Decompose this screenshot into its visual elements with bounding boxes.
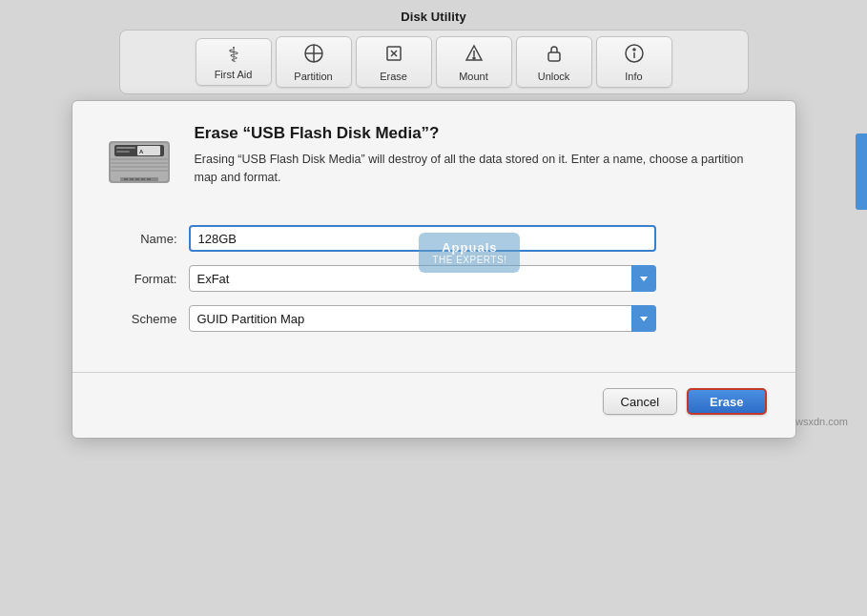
toolbar: ⚕ First Aid Partition Erase <box>119 30 749 94</box>
svg-rect-16 <box>116 147 135 149</box>
info-button[interactable]: Info <box>596 36 672 88</box>
svg-text:A: A <box>139 149 144 154</box>
svg-point-8 <box>473 57 475 59</box>
dialog-text-area: Erase “USB Flash Disk Media”? Erasing “U… <box>195 124 767 187</box>
name-label: Name: <box>101 232 177 246</box>
lock-icon <box>544 43 565 68</box>
first-aid-icon: ⚕ <box>228 45 239 66</box>
svg-rect-27 <box>135 178 139 180</box>
svg-rect-28 <box>141 178 145 180</box>
svg-point-12 <box>633 49 635 51</box>
name-input[interactable] <box>189 225 656 252</box>
app-title: Disk Utility <box>0 0 867 30</box>
divider <box>72 372 795 373</box>
partition-label: Partition <box>294 71 332 82</box>
scheme-select[interactable]: GUID Partition Map Master Boot Record Ap… <box>189 305 656 332</box>
dialog-form: Name: Format: ExFat MS-DOS (FAT) APFS Ma… <box>72 216 795 364</box>
partition-button[interactable]: Partition <box>276 36 352 88</box>
first-aid-label: First Aid <box>215 69 253 80</box>
erase-label: Erase <box>380 71 407 82</box>
unlock-button[interactable]: Unlock <box>516 36 592 88</box>
svg-rect-17 <box>116 151 130 153</box>
format-select-wrapper: ExFat MS-DOS (FAT) APFS Mac OS Extended … <box>189 265 656 292</box>
name-field-row: Name: <box>101 225 767 252</box>
dialog-description: Erasing “USB Flash Disk Media” will dest… <box>195 151 767 187</box>
svg-rect-26 <box>130 178 134 180</box>
dialog-title: Erase “USB Flash Disk Media”? <box>195 124 767 143</box>
erase-icon <box>383 43 404 68</box>
mount-label: Mount <box>459 71 488 82</box>
scheme-select-wrapper: GUID Partition Map Master Boot Record Ap… <box>189 305 656 332</box>
info-icon <box>624 43 645 68</box>
scheme-label: Scheme <box>101 312 177 326</box>
erase-confirm-button[interactable]: Erase <box>687 388 766 415</box>
svg-rect-25 <box>124 178 128 180</box>
unlock-label: Unlock <box>538 71 570 82</box>
first-aid-button[interactable]: ⚕ First Aid <box>196 38 272 86</box>
scheme-field-row: Scheme GUID Partition Map Master Boot Re… <box>101 305 767 332</box>
svg-rect-23 <box>111 170 168 172</box>
dialog-window: A Erase “USB Flash Disk M <box>72 100 796 439</box>
format-select[interactable]: ExFat MS-DOS (FAT) APFS Mac OS Extended … <box>189 265 656 292</box>
cancel-button[interactable]: Cancel <box>603 388 677 415</box>
partition-icon <box>303 43 324 68</box>
erase-button[interactable]: Erase <box>356 36 432 88</box>
svg-rect-21 <box>111 162 168 164</box>
svg-rect-29 <box>147 178 151 180</box>
right-accent-bar <box>856 133 867 210</box>
format-label: Format: <box>101 272 177 286</box>
mount-icon <box>464 43 485 68</box>
bottom-url: wsxdn.com <box>795 416 848 427</box>
info-label: Info <box>625 71 642 82</box>
svg-rect-22 <box>111 166 168 168</box>
svg-rect-9 <box>548 52 560 61</box>
dialog-header: A Erase “USB Flash Disk M <box>72 101 795 216</box>
svg-rect-20 <box>111 158 168 160</box>
format-field-row: Format: ExFat MS-DOS (FAT) APFS Mac OS E… <box>101 265 767 292</box>
button-row: Cancel Erase <box>72 388 795 438</box>
mount-button[interactable]: Mount <box>436 36 512 88</box>
disk-icon: A <box>101 124 177 200</box>
